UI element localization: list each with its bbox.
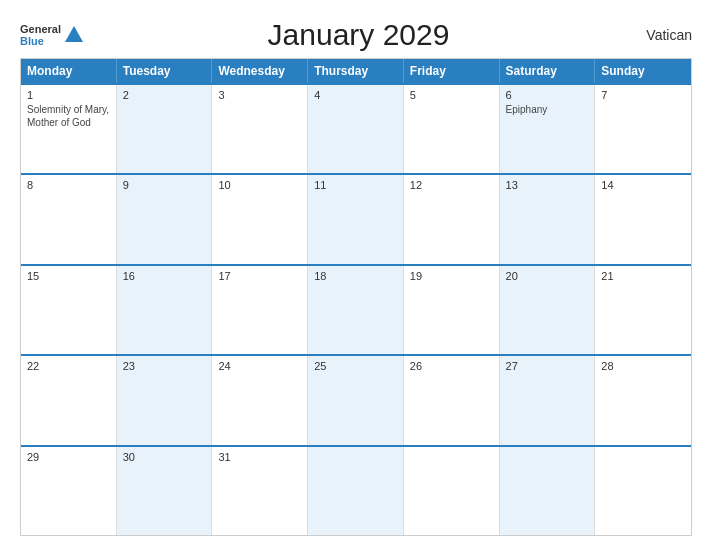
cal-cell: 20 — [500, 266, 596, 354]
cal-cell: 24 — [212, 356, 308, 444]
day-number: 14 — [601, 179, 685, 191]
day-number: 1 — [27, 89, 110, 101]
day-number: 31 — [218, 451, 301, 463]
day-number: 27 — [506, 360, 589, 372]
cal-cell: 30 — [117, 447, 213, 535]
day-number: 28 — [601, 360, 685, 372]
cal-cell: 25 — [308, 356, 404, 444]
calendar: Monday Tuesday Wednesday Thursday Friday… — [20, 58, 692, 536]
day-number: 26 — [410, 360, 493, 372]
week-row-1: 1Solemnity of Mary, Mother of God23456Ep… — [21, 83, 691, 173]
cal-cell: 14 — [595, 175, 691, 263]
calendar-header-row: Monday Tuesday Wednesday Thursday Friday… — [21, 59, 691, 83]
logo-icon — [63, 24, 85, 46]
day-number: 4 — [314, 89, 397, 101]
day-number: 17 — [218, 270, 301, 282]
day-number: 20 — [506, 270, 589, 282]
cal-cell — [404, 447, 500, 535]
page: General Blue January 2029 Vatican Monday… — [0, 0, 712, 550]
day-number: 3 — [218, 89, 301, 101]
cal-cell: 11 — [308, 175, 404, 263]
cal-cell: 12 — [404, 175, 500, 263]
cal-cell: 21 — [595, 266, 691, 354]
logo-general-text: General — [20, 23, 61, 35]
cal-cell: 15 — [21, 266, 117, 354]
week-row-2: 891011121314 — [21, 173, 691, 263]
country-label: Vatican — [632, 27, 692, 43]
cal-cell: 4 — [308, 85, 404, 173]
cal-cell: 31 — [212, 447, 308, 535]
cal-cell: 27 — [500, 356, 596, 444]
header-tuesday: Tuesday — [117, 59, 213, 83]
day-number: 7 — [601, 89, 685, 101]
day-number: 19 — [410, 270, 493, 282]
calendar-body: 1Solemnity of Mary, Mother of God23456Ep… — [21, 83, 691, 535]
day-number: 12 — [410, 179, 493, 191]
cal-cell: 23 — [117, 356, 213, 444]
svg-marker-0 — [65, 26, 83, 42]
header-saturday: Saturday — [500, 59, 596, 83]
cal-cell: 9 — [117, 175, 213, 263]
cal-cell: 28 — [595, 356, 691, 444]
day-number: 10 — [218, 179, 301, 191]
cal-cell — [500, 447, 596, 535]
day-number: 5 — [410, 89, 493, 101]
day-number: 13 — [506, 179, 589, 191]
day-number: 29 — [27, 451, 110, 463]
day-number: 15 — [27, 270, 110, 282]
header-monday: Monday — [21, 59, 117, 83]
logo-blue-text: Blue — [20, 35, 61, 47]
cal-cell: 29 — [21, 447, 117, 535]
cal-cell: 7 — [595, 85, 691, 173]
day-number: 21 — [601, 270, 685, 282]
week-row-3: 15161718192021 — [21, 264, 691, 354]
cal-cell: 8 — [21, 175, 117, 263]
day-number: 2 — [123, 89, 206, 101]
day-number: 11 — [314, 179, 397, 191]
cal-cell: 13 — [500, 175, 596, 263]
cal-cell: 22 — [21, 356, 117, 444]
day-number: 16 — [123, 270, 206, 282]
cal-cell: 10 — [212, 175, 308, 263]
cal-cell: 1Solemnity of Mary, Mother of God — [21, 85, 117, 173]
day-number: 18 — [314, 270, 397, 282]
calendar-title: January 2029 — [85, 18, 632, 52]
day-number: 24 — [218, 360, 301, 372]
header: General Blue January 2029 Vatican — [20, 18, 692, 52]
event-text: Solemnity of Mary, Mother of God — [27, 103, 110, 129]
header-friday: Friday — [404, 59, 500, 83]
header-sunday: Sunday — [595, 59, 691, 83]
cal-cell: 6Epiphany — [500, 85, 596, 173]
header-thursday: Thursday — [308, 59, 404, 83]
cal-cell — [308, 447, 404, 535]
day-number: 6 — [506, 89, 589, 101]
day-number: 9 — [123, 179, 206, 191]
day-number: 25 — [314, 360, 397, 372]
week-row-4: 22232425262728 — [21, 354, 691, 444]
cal-cell — [595, 447, 691, 535]
cal-cell: 19 — [404, 266, 500, 354]
cal-cell: 5 — [404, 85, 500, 173]
header-wednesday: Wednesday — [212, 59, 308, 83]
week-row-5: 293031 — [21, 445, 691, 535]
event-text: Epiphany — [506, 103, 589, 116]
logo: General Blue — [20, 23, 85, 47]
day-number: 23 — [123, 360, 206, 372]
cal-cell: 18 — [308, 266, 404, 354]
cal-cell: 17 — [212, 266, 308, 354]
day-number: 30 — [123, 451, 206, 463]
cal-cell: 16 — [117, 266, 213, 354]
cal-cell: 2 — [117, 85, 213, 173]
day-number: 8 — [27, 179, 110, 191]
cal-cell: 26 — [404, 356, 500, 444]
day-number: 22 — [27, 360, 110, 372]
cal-cell: 3 — [212, 85, 308, 173]
